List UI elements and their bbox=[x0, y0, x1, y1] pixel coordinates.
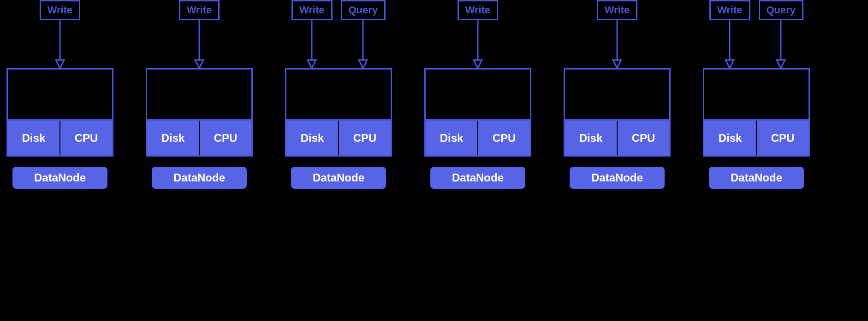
write-label-box: Write bbox=[291, 0, 333, 20]
disk-cell: Disk bbox=[147, 121, 199, 155]
write-input-group: Write bbox=[597, 0, 638, 68]
resource-box: DiskCPU bbox=[6, 68, 113, 157]
svg-marker-3 bbox=[195, 60, 203, 68]
arrow-down-icon bbox=[307, 20, 317, 68]
disk-cell: Disk bbox=[565, 121, 617, 155]
resource-row: DiskCPU bbox=[286, 119, 391, 155]
inputs-row: Write bbox=[424, 0, 531, 68]
datanode-column: WriteQueryDiskCPUDataNode bbox=[285, 0, 392, 189]
disk-cell: Disk bbox=[286, 121, 339, 155]
svg-marker-5 bbox=[308, 60, 316, 68]
svg-marker-13 bbox=[725, 60, 734, 68]
query-label-box: Query bbox=[759, 0, 804, 20]
resource-empty-area bbox=[426, 70, 530, 119]
cpu-cell: CPU bbox=[617, 121, 669, 155]
svg-marker-1 bbox=[56, 60, 64, 68]
write-input-group: Write bbox=[179, 0, 220, 68]
cpu-cell: CPU bbox=[478, 121, 530, 155]
query-input-group: Query bbox=[341, 0, 386, 68]
inputs-row: WriteQuery bbox=[703, 0, 810, 68]
inputs-row: Write bbox=[146, 0, 253, 68]
datanode-column: WriteDiskCPUDataNode bbox=[6, 0, 113, 189]
cpu-cell: CPU bbox=[199, 121, 251, 155]
datanode-label: DataNode bbox=[12, 167, 107, 189]
resource-box: DiskCPU bbox=[703, 68, 810, 157]
inputs-row: WriteQuery bbox=[285, 0, 392, 68]
resource-row: DiskCPU bbox=[8, 119, 112, 155]
resource-row: DiskCPU bbox=[704, 119, 809, 155]
write-input-group: Write bbox=[291, 0, 333, 68]
arrow-down-icon bbox=[194, 20, 204, 68]
resource-box: DiskCPU bbox=[285, 68, 392, 157]
resource-row: DiskCPU bbox=[565, 119, 669, 155]
disk-cell: Disk bbox=[704, 121, 756, 155]
svg-marker-11 bbox=[613, 60, 621, 68]
arrow-down-icon bbox=[55, 20, 65, 68]
datanode-column: WriteDiskCPUDataNode bbox=[146, 0, 253, 189]
resource-box: DiskCPU bbox=[424, 68, 531, 157]
svg-marker-7 bbox=[359, 60, 367, 68]
datanode-label: DataNode bbox=[709, 167, 804, 189]
datanode-column: WriteDiskCPUDataNode bbox=[564, 0, 671, 189]
inputs-row: Write bbox=[6, 0, 113, 68]
inputs-row: Write bbox=[564, 0, 671, 68]
resource-row: DiskCPU bbox=[147, 119, 251, 155]
write-input-group: Write bbox=[709, 0, 750, 68]
query-label-box: Query bbox=[341, 0, 386, 20]
arrow-down-icon bbox=[612, 20, 622, 68]
resource-empty-area bbox=[147, 70, 251, 119]
arrow-down-icon bbox=[725, 20, 735, 68]
datanode-label: DataNode bbox=[570, 167, 665, 189]
diagram-container: WriteDiskCPUDataNodeWriteDiskCPUDataNode… bbox=[0, 0, 868, 189]
resource-empty-area bbox=[565, 70, 669, 119]
cpu-cell: CPU bbox=[60, 121, 112, 155]
datanode-label: DataNode bbox=[152, 167, 247, 189]
resource-empty-area bbox=[286, 70, 391, 119]
write-label-box: Write bbox=[40, 0, 81, 20]
arrow-down-icon bbox=[776, 20, 786, 68]
datanode-label: DataNode bbox=[291, 167, 386, 189]
arrow-down-icon bbox=[473, 20, 483, 68]
resource-box: DiskCPU bbox=[564, 68, 671, 157]
cpu-cell: CPU bbox=[756, 121, 809, 155]
svg-marker-9 bbox=[474, 60, 482, 68]
write-label-box: Write bbox=[458, 0, 499, 20]
write-label-box: Write bbox=[179, 0, 220, 20]
disk-cell: Disk bbox=[8, 121, 60, 155]
datanode-column: WriteQueryDiskCPUDataNode bbox=[703, 0, 810, 189]
write-input-group: Write bbox=[40, 0, 81, 68]
datanode-label: DataNode bbox=[430, 167, 525, 189]
write-label-box: Write bbox=[709, 0, 750, 20]
datanode-column: WriteDiskCPUDataNode bbox=[424, 0, 531, 189]
write-input-group: Write bbox=[458, 0, 499, 68]
cpu-cell: CPU bbox=[339, 121, 391, 155]
query-input-group: Query bbox=[759, 0, 804, 68]
resource-empty-area bbox=[704, 70, 809, 119]
svg-marker-15 bbox=[777, 60, 785, 68]
resource-box: DiskCPU bbox=[146, 68, 253, 157]
resource-row: DiskCPU bbox=[426, 119, 530, 155]
disk-cell: Disk bbox=[426, 121, 478, 155]
arrow-down-icon bbox=[358, 20, 368, 68]
resource-empty-area bbox=[8, 70, 112, 119]
write-label-box: Write bbox=[597, 0, 638, 20]
